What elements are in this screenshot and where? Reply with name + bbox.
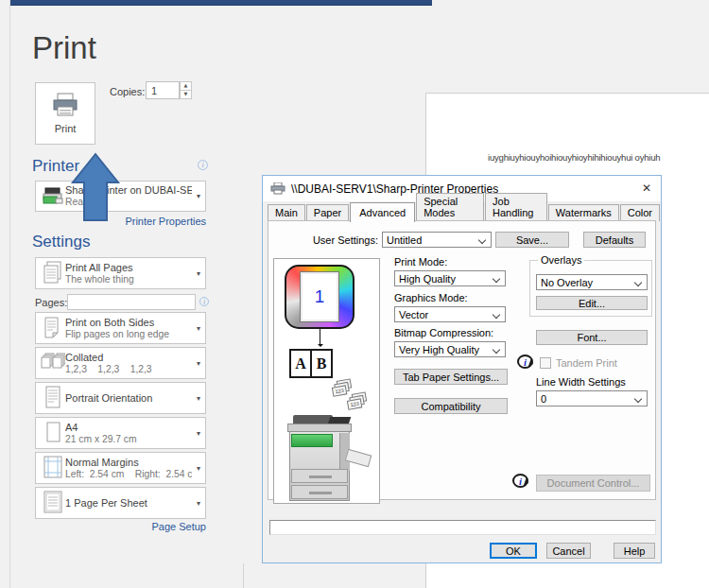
setting-subtitle: Left: 2.54 cm Right: 2.54 cm xyxy=(65,469,192,480)
pages-per-sheet-icon xyxy=(41,491,65,515)
chevron-down-icon: ▾ xyxy=(192,359,205,368)
font-button[interactable]: Font... xyxy=(536,330,648,345)
bitmap-compression-select[interactable]: Very High Quality xyxy=(394,341,506,357)
chevron-down-icon: ▾ xyxy=(192,269,205,278)
setting-subtitle: The whole thing xyxy=(65,274,192,285)
copies-label: Copies: xyxy=(110,86,145,97)
duplex-selector[interactable]: Print on Both Sides Flip pages on long e… xyxy=(35,312,206,344)
print-mode-label: Print Mode: xyxy=(394,256,447,268)
setting-title: 1 Page Per Sheet xyxy=(65,497,192,510)
overlays-group-label: Overlays xyxy=(538,254,584,266)
connector-line xyxy=(320,329,320,346)
print-range-selector[interactable]: Print All Pages The whole thing ▾ xyxy=(35,257,206,289)
margins-icon xyxy=(41,456,65,480)
printer-icon xyxy=(51,93,79,117)
printer-info-icon[interactable]: i xyxy=(198,160,208,170)
margins-selector[interactable]: Normal Margins Left: 2.54 cm Right: 2.54… xyxy=(35,452,206,484)
chevron-down-icon xyxy=(631,275,647,289)
copies-input[interactable] xyxy=(146,81,180,99)
settings-section-heading: Settings xyxy=(32,233,90,251)
cancel-button[interactable]: Cancel xyxy=(546,543,591,559)
close-icon[interactable]: ✕ xyxy=(642,181,651,196)
graphics-mode-label: Graphics Mode: xyxy=(394,292,468,303)
edit-button[interactable]: Edit... xyxy=(536,296,648,310)
print-backstage-screen: iuyghiuyhiouyhoihiouyhioyhihihiouyhui oy… xyxy=(0,0,709,588)
line-width-select[interactable]: 0 xyxy=(536,390,648,406)
setting-title: Print on Both Sides xyxy=(65,317,192,329)
save-button[interactable]: Save... xyxy=(495,232,569,248)
tandem-print-label: Tandem Print xyxy=(556,357,617,369)
setting-title: Print All Pages xyxy=(65,262,192,274)
chevron-down-icon xyxy=(476,233,491,247)
paper-size-icon xyxy=(41,421,65,445)
help-button[interactable]: Help xyxy=(614,543,655,559)
chevron-down-icon: ▾ xyxy=(192,429,205,438)
chevron-down-icon: ▾ xyxy=(192,464,205,473)
tab-paper-settings-button[interactable]: Tab Paper Settings... xyxy=(394,369,508,385)
tab-color[interactable]: Color xyxy=(620,204,660,221)
paper-size-selector[interactable]: A4 21 cm x 29.7 cm ▾ xyxy=(35,417,206,449)
pages-label: Pages: xyxy=(35,297,67,308)
tab-paper[interactable]: Paper xyxy=(306,204,349,221)
spinner-down-icon[interactable]: ▼ xyxy=(180,91,192,99)
preview-pane-divider xyxy=(243,563,244,588)
setting-subtitle: 1,2,3 1,2,3 1,2,3 xyxy=(65,364,192,375)
line-width-label: Line Width Settings xyxy=(536,376,626,388)
compatibility-button[interactable]: Compatibility xyxy=(394,398,508,414)
tab-special-modes[interactable]: Special Modes xyxy=(416,193,484,221)
window-titlebar-strip xyxy=(9,0,432,6)
page-one-graphic: 1 xyxy=(300,271,339,322)
page-setup-link[interactable]: Page Setup xyxy=(35,521,206,532)
graphics-mode-value: Vector xyxy=(395,309,490,320)
chevron-down-icon: ▾ xyxy=(192,499,205,508)
mfp-printer-graphic xyxy=(287,414,372,503)
bitmap-compression-value: Very High Quality xyxy=(395,344,490,355)
pages-per-sheet-selector[interactable]: 1 Page Per Sheet ▾ xyxy=(35,487,206,519)
tab-main[interactable]: Main xyxy=(268,204,305,221)
defaults-button[interactable]: Defaults xyxy=(583,232,646,248)
tab-job-handling[interactable]: Job Handling xyxy=(485,193,547,221)
collated-pages-graphic: 123 123 123 xyxy=(346,391,369,410)
setting-title: Collated xyxy=(65,352,192,364)
info-balloon-icon: i xyxy=(517,355,533,369)
dialog-tabstrip: Main Paper Advanced Special Modes Job Ha… xyxy=(268,201,661,221)
chevron-down-icon: ▾ xyxy=(192,394,205,403)
pages-info-icon[interactable]: i xyxy=(199,297,209,306)
graphics-mode-select[interactable]: Vector xyxy=(394,306,506,322)
print-button[interactable]: Print xyxy=(35,82,95,145)
overlays-select[interactable]: No Overlay xyxy=(536,274,648,290)
tandem-print-checkbox[interactable] xyxy=(540,357,551,369)
both-sides-icon xyxy=(41,316,65,340)
printer-artwork-panel: 1 A B 123 123 123 123 123 123 xyxy=(273,258,380,504)
line-width-value: 0 xyxy=(537,393,631,405)
user-settings-label: User Settings: xyxy=(268,234,378,246)
printer-properties-dialog: \\DUBAI-SERV1\Sharp-Printer Properties ✕… xyxy=(262,175,662,563)
pages-input[interactable] xyxy=(67,294,196,310)
chevron-down-icon: ▾ xyxy=(192,324,205,333)
chevron-down-icon xyxy=(631,391,647,406)
print-mode-value: High Quality xyxy=(395,273,490,285)
chevron-down-icon xyxy=(490,307,505,321)
ok-button[interactable]: OK xyxy=(490,543,537,559)
portrait-orientation-icon xyxy=(41,386,65,410)
tab-watermarks[interactable]: Watermarks xyxy=(548,204,619,221)
collation-selector[interactable]: Collated 1,2,3 1,2,3 1,2,3 ▾ xyxy=(35,347,206,379)
print-all-pages-icon xyxy=(41,261,65,285)
overlays-value: No Overlay xyxy=(537,277,631,288)
spinner-up-icon[interactable]: ▲ xyxy=(180,81,192,91)
advanced-tab-page: User Settings: Untitled Save... Defaults… xyxy=(268,220,656,500)
chevron-down-icon xyxy=(490,342,505,356)
page-title: Print xyxy=(32,30,96,66)
print-mode-select[interactable]: High Quality xyxy=(394,270,506,286)
book-page-a: A xyxy=(291,351,310,376)
setting-title: Normal Margins xyxy=(65,457,192,469)
info-balloon-icon: i xyxy=(512,474,528,488)
user-settings-select[interactable]: Untitled xyxy=(382,232,492,248)
document-control-button: Document Control... xyxy=(536,475,650,492)
copies-stepper[interactable]: ▲ ▼ xyxy=(180,81,192,99)
blue-up-arrow-pointer xyxy=(66,149,127,225)
tab-advanced[interactable]: Advanced xyxy=(350,202,415,222)
chevron-down-icon xyxy=(490,271,505,285)
orientation-selector[interactable]: Portrait Orientation ▾ xyxy=(35,382,206,414)
book-page-b: B xyxy=(310,351,331,376)
